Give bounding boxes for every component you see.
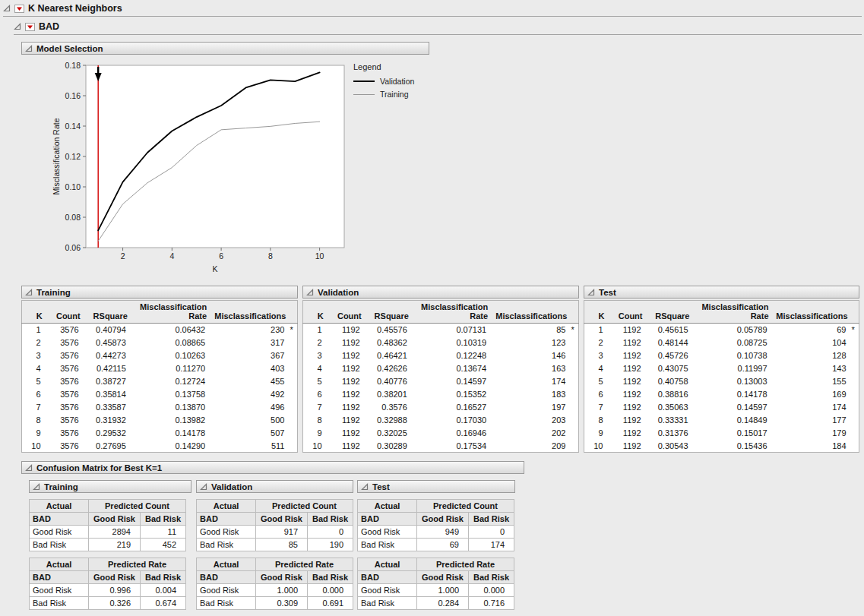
cell: 1	[22, 324, 45, 336]
cell: 0.3576	[364, 401, 411, 414]
disclosure-icon[interactable]	[25, 464, 33, 472]
column-header: Count	[326, 301, 364, 324]
test-table-bar-label: Test	[599, 288, 616, 297]
cell: 7	[22, 401, 45, 414]
disclosure-icon[interactable]	[25, 289, 33, 296]
response-header: BAD	[30, 571, 89, 584]
cell: 1	[303, 324, 326, 336]
cell: 3	[584, 349, 607, 362]
training-rate-matrix: ActualPredicted RateBADGood RiskBad Risk…	[29, 558, 186, 610]
test-confusion-bar[interactable]: Test	[357, 480, 515, 493]
best-k-star	[569, 440, 578, 453]
cell: 0.43075	[645, 362, 692, 375]
cell: 367	[209, 349, 288, 362]
report-title: K Nearest Neighbors	[28, 3, 122, 14]
red-triangle-menu-icon[interactable]	[14, 5, 24, 13]
header-row: BADGood RiskBad Risk	[197, 571, 353, 584]
validation-confusion-bar[interactable]: Validation	[196, 480, 353, 493]
cell: 155	[771, 375, 850, 388]
header-row: BADGood RiskBad Risk	[30, 571, 186, 584]
training-confusion-bar[interactable]: Training	[29, 480, 191, 493]
best-k-star	[569, 414, 578, 427]
cell: 0.45576	[364, 324, 411, 336]
column-header: K	[22, 301, 45, 324]
cell: 0.45873	[83, 336, 130, 349]
cell: 174	[771, 401, 850, 414]
cell: 0.13982	[130, 414, 209, 427]
cell: 0.35063	[645, 401, 692, 414]
validation-count-matrix: ActualPredicted CountBADGood RiskBad Ris…	[196, 499, 353, 551]
cell: 177	[771, 414, 850, 427]
test-table-bar[interactable]: Test	[584, 286, 859, 299]
cell: 197	[490, 401, 569, 414]
table-row: 611920.382010.15352183	[303, 388, 579, 401]
disclosure-icon[interactable]	[14, 23, 21, 30]
x-axis-label: K	[212, 264, 217, 273]
cell: 183	[490, 388, 569, 401]
cell: 0.40758	[645, 375, 692, 388]
cell: 0.38816	[645, 388, 692, 401]
best-k-star: *	[569, 324, 578, 336]
matrix-row: Good Risk9490	[358, 526, 514, 539]
matrix-value: 11	[141, 526, 186, 539]
matrix-value: 949	[417, 526, 469, 539]
table-row: 711920.350630.14597174	[584, 401, 859, 414]
matrix-value: 452	[141, 539, 186, 551]
row-label: Bad Risk	[358, 597, 417, 610]
best-k-star	[569, 375, 578, 388]
best-k-star	[850, 440, 859, 453]
validation-line-swatch	[353, 81, 375, 82]
cell: 0.13758	[130, 388, 209, 401]
cell: 0.38727	[83, 375, 130, 388]
test-results-group: TestKCountRSquareMisclassification RateM…	[584, 286, 859, 453]
class-header: Good Risk	[256, 513, 308, 526]
response-header: BAD	[30, 513, 89, 526]
best-k-star	[850, 388, 859, 401]
model-selection-bar[interactable]: Model Selection	[21, 42, 429, 55]
table-row: 435760.421150.11270403	[22, 362, 298, 375]
disclosure-icon[interactable]	[3, 5, 11, 12]
disclosure-icon[interactable]	[306, 289, 314, 296]
disclosure-icon[interactable]	[200, 483, 207, 491]
cell: 10	[584, 440, 607, 453]
disclosure-icon[interactable]	[587, 289, 595, 296]
class-header: Good Risk	[256, 571, 308, 584]
training-table-bar[interactable]: Training	[21, 286, 298, 299]
cell: 7	[303, 401, 326, 414]
best-k-star	[850, 349, 859, 362]
actual-header: Actual	[197, 500, 256, 513]
cell: 3576	[45, 362, 83, 375]
best-k-star	[288, 388, 297, 401]
confusion-matrix-bar[interactable]: Confusion Matrix for Best K=1	[21, 461, 524, 474]
cell: 10	[303, 440, 326, 453]
best-k-star	[850, 375, 859, 388]
cell: 0.42115	[83, 362, 130, 375]
row-label: Bad Risk	[30, 597, 89, 610]
legend-item-validation: Validation	[353, 77, 414, 86]
disclosure-icon[interactable]	[33, 483, 40, 491]
cell: 0.48144	[645, 336, 692, 349]
best-k-star	[288, 349, 297, 362]
cell: 3	[303, 349, 326, 362]
cell: 0.11270	[130, 362, 209, 375]
matrix-row: Bad Risk0.3260.674	[30, 597, 186, 610]
column-header-spacer	[569, 301, 578, 324]
legend-label-training: Training	[380, 90, 409, 99]
disclosure-icon[interactable]	[361, 483, 369, 491]
disclosure-icon[interactable]	[25, 45, 33, 52]
red-triangle-menu-icon[interactable]	[25, 23, 35, 31]
row-label: Good Risk	[30, 584, 89, 597]
cell: 7	[584, 401, 607, 414]
cell: 0.14178	[692, 388, 771, 401]
header-row: BADGood RiskBad Risk	[197, 513, 353, 526]
cell: 9	[584, 427, 607, 440]
best-k-star	[569, 362, 578, 375]
cell: 2	[303, 336, 326, 349]
training-table-bar-label: Training	[36, 288, 71, 297]
cell: 123	[490, 336, 569, 349]
validation-table-bar[interactable]: Validation	[302, 286, 579, 299]
matrix-value: 0.000	[308, 584, 353, 597]
cell: 1192	[607, 427, 645, 440]
matrix-value: 0.996	[89, 584, 141, 597]
cell: 1192	[326, 336, 364, 349]
